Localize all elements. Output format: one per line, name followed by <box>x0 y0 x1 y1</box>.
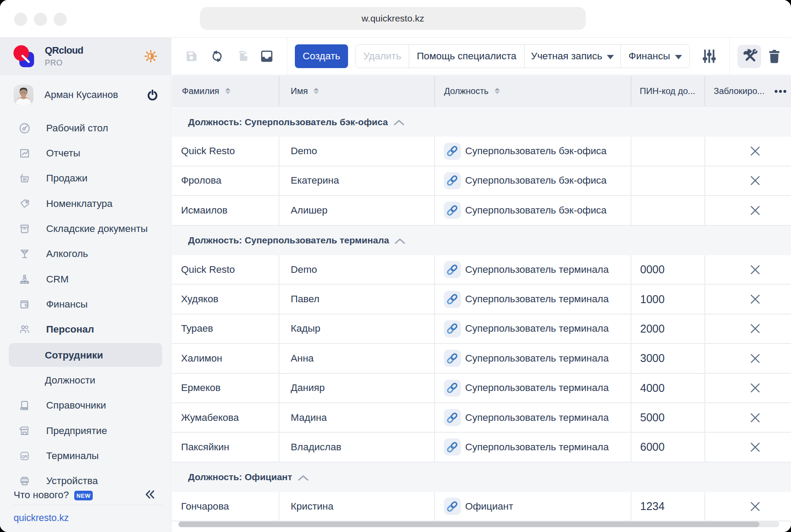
svg-text:QR: QR <box>22 454 28 459</box>
